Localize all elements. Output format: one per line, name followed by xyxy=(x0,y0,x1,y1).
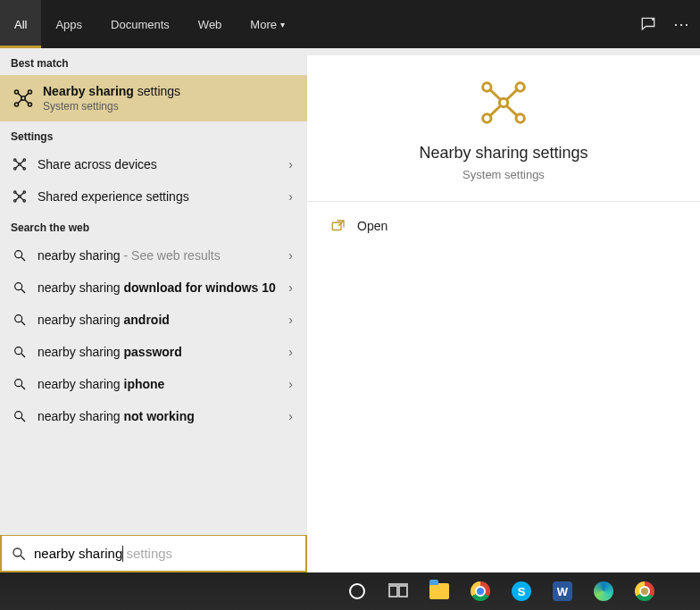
chrome-profile-icon[interactable] xyxy=(632,579,657,604)
edge-icon[interactable] xyxy=(591,579,616,604)
svg-line-25 xyxy=(21,193,23,196)
search-icon xyxy=(11,343,29,361)
preview-action-open[interactable]: Open xyxy=(307,209,700,243)
svg-point-38 xyxy=(15,412,22,419)
svg-line-48 xyxy=(507,89,518,99)
web-result[interactable]: nearby sharing - See web results › xyxy=(0,239,307,272)
result-label: nearby sharing iphone xyxy=(38,377,279,391)
svg-point-0 xyxy=(652,19,654,21)
svg-point-28 xyxy=(15,251,22,258)
file-explorer-icon[interactable] xyxy=(427,579,452,604)
tab-apps[interactable]: Apps xyxy=(41,0,96,48)
web-result[interactable]: nearby sharing android › xyxy=(0,304,307,336)
text-caret xyxy=(122,546,123,562)
share-icon xyxy=(479,78,529,128)
svg-point-42 xyxy=(499,98,507,106)
more-options-icon[interactable]: ⋯ xyxy=(673,16,691,32)
tab-web[interactable]: Web xyxy=(184,0,237,48)
search-icon xyxy=(11,279,29,297)
svg-line-24 xyxy=(16,193,19,196)
svg-line-6 xyxy=(18,93,21,96)
svg-line-41 xyxy=(21,556,25,560)
result-label: nearby sharing not working xyxy=(38,409,279,423)
svg-line-17 xyxy=(16,165,19,168)
share-icon xyxy=(11,155,29,173)
svg-line-39 xyxy=(21,418,25,422)
svg-line-31 xyxy=(21,289,25,293)
svg-line-16 xyxy=(21,161,23,163)
svg-line-15 xyxy=(16,161,19,163)
chevron-right-icon: › xyxy=(288,248,296,263)
search-icon xyxy=(11,375,29,393)
svg-line-27 xyxy=(21,197,23,200)
svg-line-18 xyxy=(21,165,23,168)
settings-result[interactable]: Shared experience settings › xyxy=(0,180,307,213)
section-header-settings: Settings xyxy=(0,121,307,148)
search-tabs-header: All Apps Documents Web More▾ ⋯ xyxy=(0,0,700,48)
web-result[interactable]: nearby sharing download for windows 10 › xyxy=(0,272,307,304)
chevron-right-icon: › xyxy=(288,157,296,171)
settings-result[interactable]: Share across devices › xyxy=(0,148,307,180)
svg-point-34 xyxy=(15,347,22,355)
svg-point-21 xyxy=(23,191,25,193)
skype-icon[interactable]: S xyxy=(509,579,534,604)
chevron-right-icon: › xyxy=(288,345,296,359)
svg-line-49 xyxy=(490,106,501,116)
search-input[interactable]: nearby sharing nearby sharing settings xyxy=(34,543,296,564)
preview-action-label: Open xyxy=(357,219,388,233)
results-panel: Best match Nearby sharing settings xyxy=(0,48,307,572)
svg-point-40 xyxy=(13,548,21,556)
web-result[interactable]: nearby sharing iphone › xyxy=(0,368,307,400)
word-icon[interactable]: W xyxy=(550,579,575,604)
chevron-right-icon: › xyxy=(288,409,296,423)
panel-gap xyxy=(307,48,700,55)
svg-rect-51 xyxy=(332,222,341,230)
search-icon xyxy=(11,311,29,329)
taskbar: S W xyxy=(0,572,700,610)
svg-line-29 xyxy=(21,257,25,261)
chevron-right-icon: › xyxy=(288,313,296,327)
task-view-icon[interactable] xyxy=(386,579,411,604)
web-result[interactable]: nearby sharing password › xyxy=(0,336,307,368)
tab-more[interactable]: More▾ xyxy=(236,0,299,48)
svg-line-9 xyxy=(25,100,29,104)
search-tabs: All Apps Documents Web More▾ xyxy=(0,0,639,48)
feedback-icon[interactable] xyxy=(639,15,657,33)
svg-point-11 xyxy=(14,159,16,161)
svg-point-22 xyxy=(14,200,16,202)
search-bar[interactable]: nearby sharing nearby sharing settings xyxy=(0,535,307,572)
chevron-right-icon: › xyxy=(288,280,296,295)
result-label: nearby sharing download for windows 10 xyxy=(38,280,279,295)
result-label: nearby sharing - See web results xyxy=(38,248,279,263)
svg-line-26 xyxy=(16,197,19,200)
svg-line-8 xyxy=(18,100,21,104)
chevron-right-icon: › xyxy=(288,377,296,391)
result-label: Share across devices xyxy=(38,157,279,171)
web-result[interactable]: nearby sharing not working › xyxy=(0,400,307,432)
search-icon xyxy=(11,407,29,425)
svg-rect-53 xyxy=(389,586,397,597)
svg-point-23 xyxy=(23,200,25,202)
tab-all[interactable]: All xyxy=(0,0,41,48)
svg-point-12 xyxy=(23,159,25,161)
search-icon xyxy=(11,247,29,264)
tab-documents[interactable]: Documents xyxy=(96,0,184,48)
svg-line-33 xyxy=(21,322,25,325)
svg-point-30 xyxy=(15,283,22,290)
share-icon xyxy=(11,86,36,111)
svg-point-10 xyxy=(19,163,21,165)
preview-panel: Nearby sharing settings System settings … xyxy=(307,48,700,572)
svg-rect-54 xyxy=(399,586,407,597)
chrome-icon[interactable] xyxy=(468,579,493,604)
result-label: nearby sharing android xyxy=(38,313,279,327)
share-icon xyxy=(11,188,29,205)
result-label: Shared experience settings xyxy=(38,189,279,204)
open-icon xyxy=(330,218,346,234)
svg-line-7 xyxy=(25,93,29,96)
preview-subtitle: System settings xyxy=(462,168,545,181)
best-match-result[interactable]: Nearby sharing settings System settings xyxy=(0,75,307,121)
cortana-icon[interactable] xyxy=(345,579,370,604)
svg-point-1 xyxy=(21,96,25,100)
svg-point-32 xyxy=(15,315,22,322)
svg-line-35 xyxy=(21,354,25,357)
